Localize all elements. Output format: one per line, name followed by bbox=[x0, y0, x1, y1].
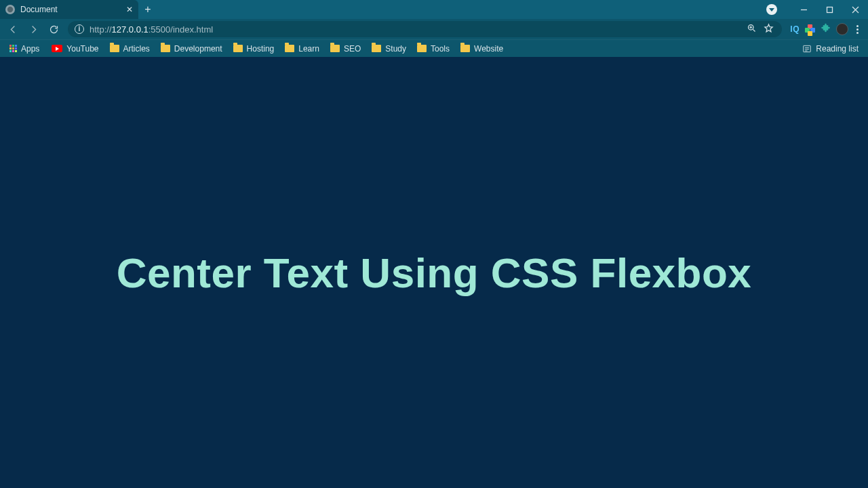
apps-label: Apps bbox=[21, 44, 39, 54]
reading-list-button[interactable]: Reading list bbox=[798, 43, 863, 55]
maximize-button[interactable] bbox=[816, 0, 842, 19]
svg-rect-2 bbox=[827, 7, 832, 12]
bookmark-label: YouTube bbox=[66, 44, 98, 54]
color-extension-icon[interactable] bbox=[805, 24, 815, 35]
folder-icon bbox=[372, 45, 381, 52]
svg-line-6 bbox=[753, 29, 755, 31]
window-controls bbox=[766, 0, 868, 19]
folder-icon bbox=[285, 45, 294, 52]
reading-list-label: Reading list bbox=[816, 44, 859, 54]
folder-icon bbox=[460, 45, 470, 52]
reload-button[interactable] bbox=[45, 20, 62, 38]
folder-icon bbox=[233, 45, 243, 52]
bookmark-item[interactable]: Articles bbox=[104, 43, 155, 55]
profile-avatar[interactable] bbox=[836, 23, 848, 35]
new-tab-button[interactable]: + bbox=[138, 0, 157, 19]
folder-icon bbox=[110, 45, 119, 52]
window-titlebar: Document ✕ + bbox=[0, 0, 868, 19]
globe-icon bbox=[5, 5, 15, 14]
browser-menu-button[interactable] bbox=[854, 25, 861, 34]
forward-button[interactable] bbox=[24, 20, 42, 38]
bookmark-item[interactable]: Development bbox=[155, 43, 228, 55]
bookmark-item[interactable]: Learn bbox=[279, 43, 325, 55]
extensions-icon[interactable] bbox=[821, 23, 831, 36]
bookmark-label: Website bbox=[474, 44, 503, 54]
bookmark-label: Tools bbox=[431, 44, 450, 54]
bookmark-item[interactable]: Hosting bbox=[228, 43, 280, 55]
tab-title: Document bbox=[20, 5, 121, 14]
back-button[interactable] bbox=[4, 20, 22, 38]
bookmarks-bar: Apps YouTubeArticlesDevelopmentHostingLe… bbox=[0, 39, 868, 57]
apps-grid-icon bbox=[9, 45, 17, 52]
url-text: http://127.0.0.1:5500/index.html bbox=[90, 24, 213, 35]
svg-point-0 bbox=[7, 7, 13, 12]
bookmark-label: Hosting bbox=[247, 44, 275, 54]
address-bar[interactable]: i http://127.0.0.1:5500/index.html bbox=[68, 21, 782, 37]
browser-tab[interactable]: Document ✕ bbox=[0, 0, 138, 19]
account-icon[interactable] bbox=[766, 4, 777, 15]
svg-marker-9 bbox=[765, 24, 772, 31]
iq-extension-icon[interactable]: IQ bbox=[790, 24, 800, 34]
browser-toolbar: i http://127.0.0.1:5500/index.html IQ bbox=[0, 19, 868, 39]
bookmark-label: SEO bbox=[344, 44, 361, 54]
close-window-button[interactable] bbox=[842, 0, 868, 19]
zoom-icon[interactable] bbox=[747, 23, 757, 36]
bookmark-label: Articles bbox=[123, 44, 150, 54]
bookmark-item[interactable]: Website bbox=[455, 43, 509, 55]
bookmark-label: Development bbox=[174, 44, 222, 54]
reading-list-icon bbox=[802, 44, 812, 54]
bookmark-label: Learn bbox=[298, 44, 319, 54]
site-info-icon[interactable]: i bbox=[75, 24, 84, 34]
minimize-button[interactable] bbox=[791, 0, 816, 19]
bookmark-item[interactable]: SEO bbox=[325, 43, 366, 55]
folder-icon bbox=[161, 45, 170, 52]
bookmark-item[interactable]: Tools bbox=[412, 43, 455, 55]
close-tab-button[interactable]: ✕ bbox=[126, 5, 133, 14]
bookmark-star-icon[interactable] bbox=[764, 23, 774, 36]
bookmark-item[interactable]: Study bbox=[366, 43, 412, 55]
bookmark-label: Study bbox=[385, 44, 406, 54]
page-content: Center Text Using CSS Flexbox bbox=[0, 57, 868, 488]
page-heading: Center Text Using CSS Flexbox bbox=[117, 249, 752, 297]
youtube-icon bbox=[52, 45, 62, 52]
folder-icon bbox=[417, 45, 427, 52]
folder-icon bbox=[330, 45, 340, 52]
apps-button[interactable]: Apps bbox=[5, 43, 43, 55]
bookmark-item[interactable]: YouTube bbox=[46, 43, 104, 55]
